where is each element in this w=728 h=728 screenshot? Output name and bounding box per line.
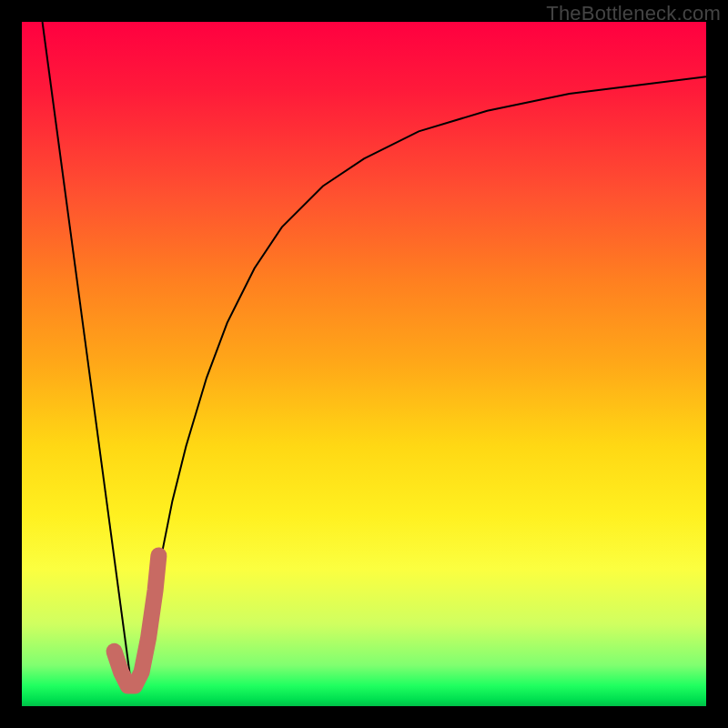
highlight-hook [115, 556, 159, 686]
chart-svg [22, 22, 706, 706]
line-descending-left [43, 22, 132, 685]
plot-area [22, 22, 706, 706]
line-ascending-curve [131, 76, 706, 685]
chart-frame: TheBottleneck.com [0, 0, 728, 728]
